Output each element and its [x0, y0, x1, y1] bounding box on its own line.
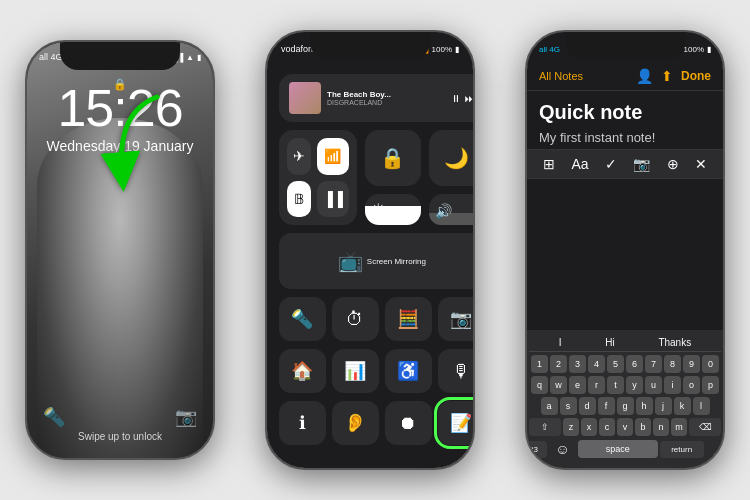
kb-space[interactable]: space [578, 440, 658, 458]
kb-8[interactable]: 8 [664, 355, 681, 373]
cc-music-controls[interactable]: ⏸ ⏭ [451, 93, 473, 104]
hearing-icon: 👂 [344, 412, 366, 434]
phone-control-center: vodafone UK 4G ▐▐▐ 📶 100% ▮ The Beach Bo… [265, 30, 475, 470]
notes-battery-text: 100% [684, 45, 704, 54]
photo-icon[interactable]: 📷 [631, 154, 652, 174]
volume-slider[interactable]: 🔊 [429, 194, 473, 225]
kb-9[interactable]: 9 [683, 355, 700, 373]
do-not-disturb-button[interactable]: 🌙 [429, 130, 473, 186]
flashlight-icon[interactable]: 🔦 [43, 406, 65, 428]
notes-share-icon[interactable]: 👤 [636, 68, 653, 84]
lock-signal-icon: ▐▐▐ [166, 53, 183, 62]
timer-button[interactable]: ⏱ [332, 297, 379, 341]
hearing-button[interactable]: 👂 [332, 401, 379, 445]
kb-d[interactable]: d [579, 397, 596, 415]
kb-v[interactable]: v [617, 418, 633, 436]
kb-6[interactable]: 6 [626, 355, 643, 373]
kb-suggestion-1[interactable]: I [559, 337, 562, 348]
kb-i[interactable]: i [664, 376, 681, 394]
close-tb-icon[interactable]: ✕ [693, 154, 709, 174]
voice-memo-button[interactable]: 🎙 [438, 349, 473, 393]
rotation-icon: 🔒 [380, 146, 405, 170]
notes-content[interactable]: My first instant note! [527, 126, 723, 149]
kb-m[interactable]: m [671, 418, 687, 436]
cellular-button[interactable]: ▐▐ [317, 181, 349, 218]
calculator-button[interactable]: 🧮 [385, 297, 432, 341]
screen-mirroring-button[interactable]: 📺 Screen Mirroring [279, 233, 473, 289]
kb-5[interactable]: 5 [607, 355, 624, 373]
camera-icon[interactable]: 📷 [175, 406, 197, 428]
brightness-slider[interactable]: ☀ [365, 194, 421, 225]
kb-0[interactable]: 0 [702, 355, 719, 373]
kb-g[interactable]: g [617, 397, 634, 415]
kb-7[interactable]: 7 [645, 355, 662, 373]
camera-cc-button[interactable]: 📷 [438, 297, 473, 341]
scan-button[interactable]: 📊 [332, 349, 379, 393]
notes-title[interactable]: Quick note [539, 101, 711, 124]
info-button[interactable]: ℹ [279, 401, 326, 445]
kb-bottom-row: 123 ☺ space return 🎤 [529, 439, 721, 459]
kb-n[interactable]: n [653, 418, 669, 436]
kb-delete[interactable]: ⌫ [689, 418, 721, 436]
notes-4g-icon: 4G [670, 45, 681, 54]
quick-note-button[interactable]: 📝 [438, 401, 473, 445]
kb-suggestion-2[interactable]: Hi [605, 337, 614, 348]
kb-suggestion-3[interactable]: Thanks [658, 337, 691, 348]
cellular-icon: ▐▐ [323, 191, 343, 207]
wifi-button[interactable]: 📶 [317, 138, 349, 175]
record-button[interactable]: ⏺ [385, 401, 432, 445]
kb-shift[interactable]: ⇧ [529, 418, 561, 436]
rotation-lock-button[interactable]: 🔒 [365, 130, 421, 186]
kb-y[interactable]: y [626, 376, 643, 394]
kb-emoji[interactable]: ☺ [549, 439, 575, 459]
cc-battery-icon: ▮ [455, 45, 459, 54]
text-format-icon[interactable]: Aa [569, 154, 590, 174]
kb-e[interactable]: e [569, 376, 586, 394]
kb-u[interactable]: u [645, 376, 662, 394]
play-pause-icon[interactable]: ⏸ [451, 93, 461, 104]
accessibility-button[interactable]: ♿ [385, 349, 432, 393]
kb-return[interactable]: return [660, 441, 704, 458]
kb-123[interactable]: 123 [527, 441, 547, 458]
cc-signal-icon: ▐▐▐ [399, 45, 416, 54]
checkmark-icon[interactable]: ✓ [603, 154, 619, 174]
kb-2[interactable]: 2 [550, 355, 567, 373]
volume-icon: 🔊 [435, 203, 452, 219]
kb-4[interactable]: 4 [588, 355, 605, 373]
kb-k[interactable]: k [674, 397, 691, 415]
notes-toolbar: ⊞ Aa ✓ 📷 ⊕ ✕ [527, 149, 723, 179]
kb-zxcv-row: ⇧ z x c v b n m ⌫ [529, 418, 721, 436]
kb-w[interactable]: w [550, 376, 567, 394]
notes-done-button[interactable]: Done [681, 69, 711, 83]
kb-o[interactable]: o [683, 376, 700, 394]
kb-a[interactable]: a [541, 397, 558, 415]
kb-1[interactable]: 1 [531, 355, 548, 373]
cc-wifi-icon: 📶 [419, 45, 429, 54]
notes-export-icon[interactable]: ⬆ [661, 68, 673, 84]
kb-r[interactable]: r [588, 376, 605, 394]
flashlight-cc-button[interactable]: 🔦 [279, 297, 326, 341]
kb-l[interactable]: l [693, 397, 710, 415]
kb-c[interactable]: c [599, 418, 615, 436]
table-icon[interactable]: ⊞ [541, 154, 557, 174]
kb-q[interactable]: q [531, 376, 548, 394]
kb-x[interactable]: x [581, 418, 597, 436]
kb-t[interactable]: t [607, 376, 624, 394]
kb-3[interactable]: 3 [569, 355, 586, 373]
notes-back-button[interactable]: All Notes [539, 70, 583, 82]
link-icon[interactable]: ⊕ [665, 154, 681, 174]
kb-p[interactable]: p [702, 376, 719, 394]
next-track-icon[interactable]: ⏭ [465, 93, 473, 104]
kb-b[interactable]: b [635, 418, 651, 436]
kb-j[interactable]: j [655, 397, 672, 415]
home-button[interactable]: 🏠 [279, 349, 326, 393]
kb-mic[interactable]: 🎤 [706, 439, 723, 459]
kb-z[interactable]: z [563, 418, 579, 436]
kb-h[interactable]: h [636, 397, 653, 415]
cc-status-bar: vodafone UK 4G ▐▐▐ 📶 100% ▮ [267, 32, 473, 66]
bluetooth-button[interactable]: 𝔹 [287, 181, 311, 218]
kb-s[interactable]: s [560, 397, 577, 415]
cc-music-player[interactable]: The Beach Boy... DISGRACELAND ⏸ ⏭ [279, 74, 473, 122]
kb-f[interactable]: f [598, 397, 615, 415]
airplane-mode-button[interactable]: ✈ [287, 138, 311, 175]
